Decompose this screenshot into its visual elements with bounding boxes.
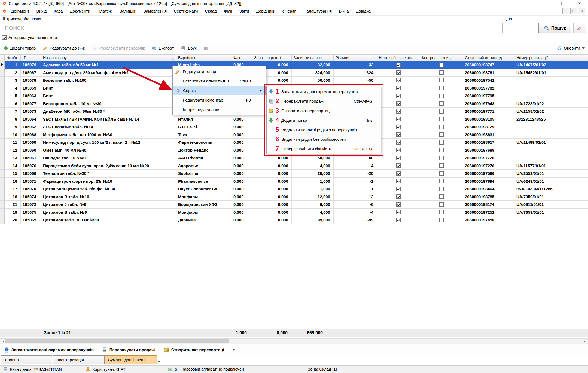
context-menu-item-edit-history[interactable]: Історія редагування: [173, 105, 266, 114]
submenu-item-add-product[interactable]: 4Додати товарIns: [267, 115, 380, 125]
export-button[interactable]: Експорт: [152, 46, 174, 51]
table-row[interactable]: 14105076Парацетамол беби сусп. орал. 2,4…: [0, 162, 588, 170]
menu-orders[interactable]: Замовлення: [140, 7, 170, 16]
tab-main[interactable]: Головна: [1, 355, 52, 364]
control-checkbox[interactable]: [439, 78, 444, 82]
control-checkbox[interactable]: [439, 179, 444, 183]
table-row[interactable]: 19105075Цитрамон В табл. №6Монфарм0.0000…: [0, 209, 588, 216]
column-header-control[interactable]: Контроль різниці: [420, 54, 463, 61]
menu-warehouse[interactable]: Склад: [201, 7, 220, 16]
shortage-checkbox[interactable]: [396, 94, 401, 98]
control-checkbox[interactable]: [439, 109, 444, 114]
control-checkbox[interactable]: [439, 63, 444, 67]
shortage-checkbox[interactable]: [396, 194, 401, 199]
menu-documents[interactable]: Документи: [66, 7, 94, 16]
price-input[interactable]: [502, 23, 537, 33]
control-checkbox[interactable]: [439, 101, 444, 106]
column-header-name[interactable]: Назва товару△: [41, 54, 176, 61]
column-header-sticker-barcode[interactable]: Стикерний штрихкод: [463, 54, 514, 61]
submenu-item-delete-rows-without-discrepancies[interactable]: 6Видалити рядки без розбіжностей: [267, 134, 380, 144]
control-checkbox[interactable]: [439, 194, 444, 199]
menu-directories[interactable]: Довідники: [252, 7, 279, 16]
control-checkbox[interactable]: [439, 156, 444, 160]
menu-exit[interactable]: Вихід: [33, 7, 50, 16]
control-checkbox[interactable]: [439, 171, 444, 176]
control-checkbox[interactable]: [439, 210, 444, 214]
menu-windows[interactable]: Вікна: [335, 7, 352, 16]
control-checkbox[interactable]: [439, 218, 444, 222]
context-menu-item-edit-comment[interactable]: Редагувати коментарF9: [173, 95, 266, 105]
search-input[interactable]: [2, 23, 499, 33]
horizontal-scrollbar[interactable]: [0, 338, 588, 344]
tab-summary-inventory[interactable]: Сумарні дані інвент ...: [105, 355, 157, 364]
menu-help[interactable]: Довідка: [352, 7, 374, 16]
control-checkbox[interactable]: [439, 70, 444, 75]
shortage-checkbox[interactable]: [396, 187, 401, 191]
shortage-checkbox[interactable]: [396, 117, 401, 121]
shortage-checkbox[interactable]: [396, 202, 401, 207]
shortage-checkbox[interactable]: [396, 86, 401, 90]
shortage-checkbox[interactable]: [396, 109, 401, 114]
shortage-checkbox[interactable]: [396, 179, 401, 183]
bottom-create-resorting-act-button[interactable]: Створити акт пересортиці: [164, 347, 224, 353]
menu-cash[interactable]: Каса: [50, 7, 66, 16]
mdi-close-button[interactable]: ×: [578, 8, 585, 14]
minimize-button[interactable]: –: [537, 0, 554, 7]
control-checkbox[interactable]: [439, 125, 444, 129]
mdi-minimize-button[interactable]: –: [562, 8, 569, 14]
shortage-checkbox[interactable]: [396, 132, 401, 137]
shortage-checkbox[interactable]: [396, 78, 401, 82]
menu-ehealth[interactable]: eHealth: [279, 7, 300, 16]
control-checkbox[interactable]: [439, 94, 444, 98]
shortage-checkbox[interactable]: [396, 210, 401, 214]
context-menu-item-edit-product[interactable]: Редагувати товар: [173, 67, 266, 76]
menu-payments[interactable]: Платежі: [94, 7, 116, 16]
shortage-checkbox[interactable]: [396, 218, 401, 222]
bottom-load-recount-data-button[interactable]: Завантажити дані окремих перерахунків: [4, 347, 94, 353]
table-row[interactable]: 16105071Фармацитрон форте пор. 23г №10Ph…: [0, 178, 588, 185]
table-row[interactable]: 1105079Адамакс табл. п/о 50 мг №1Micro L…: [0, 61, 588, 69]
context-menu-item-set-quantity-zero[interactable]: Встановити кількість = 0Ctrl+0: [173, 76, 266, 86]
clear-search-button[interactable]: [573, 23, 586, 33]
auto-edit-checkbox[interactable]: [2, 35, 7, 40]
maximize-button[interactable]: □: [554, 0, 571, 7]
bottom-recalculate-sales-button[interactable]: Перерахувати продажі: [102, 347, 156, 353]
table-row[interactable]: 21105072Цитрамон 5 табл. №6Борщаговский …: [0, 201, 588, 209]
table-row[interactable]: 2105067Амикацид р-р д/ин. 250 мг/мл фл. …: [0, 69, 588, 77]
control-checkbox[interactable]: [439, 163, 444, 168]
control-checkbox[interactable]: [439, 132, 444, 137]
refresh-button[interactable]: Оновити: [557, 46, 585, 51]
print-button[interactable]: Друк: [181, 46, 196, 51]
column-header-difference[interactable]: Різниця: [334, 54, 377, 61]
shortage-checkbox[interactable]: [396, 163, 401, 168]
column-header-registration[interactable]: Номер регістрації: [514, 54, 588, 61]
control-checkbox[interactable]: [439, 140, 444, 145]
context-menu-item-service[interactable]: Сервіс: [173, 86, 266, 95]
close-button[interactable]: ×: [571, 0, 588, 7]
table-row[interactable]: 3105078Баралгин табл. №1000,00050,000-50…: [0, 77, 588, 84]
columns-button[interactable]: [203, 46, 208, 51]
shortage-checkbox[interactable]: [396, 171, 401, 176]
tabs-chevron-icon[interactable]: [157, 361, 160, 364]
submenu-item-create-resorting-act[interactable]: 3Створити акт пересортиці: [267, 106, 380, 115]
menu-branches[interactable]: Філії: [220, 7, 236, 16]
control-checkbox[interactable]: [439, 86, 444, 90]
control-checkbox[interactable]: [439, 117, 444, 121]
control-checkbox[interactable]: [439, 202, 444, 207]
tab-inventory[interactable]: Інвентаризація: [53, 355, 105, 364]
control-checkbox[interactable]: [439, 187, 444, 191]
search-button[interactable]: Пошук: [538, 23, 571, 33]
scroll-left-arrow-icon[interactable]: [1, 340, 4, 343]
table-row[interactable]: 15105066Темпалгин табл. №20 *Sopharma0.0…: [0, 170, 588, 178]
column-header-manufacturer[interactable]: Виробник: [176, 54, 231, 61]
edit-f4-button[interactable]: Редагувати до (F4): [43, 46, 85, 51]
scrollbar-thumb[interactable]: [5, 339, 229, 343]
submenu-item-redistribute-quantity[interactable]: 7Перерозподілити кількістьCtrl+Alt+Q: [267, 144, 380, 154]
table-row[interactable]: 20105065Цитрамон табл. 300 мг №60Дарница…: [0, 216, 588, 224]
table-row[interactable]: 13105061Панадол таб. 10 №40AAR Pharma0.0…: [0, 154, 588, 162]
submenu-item-delete-empty-recount-rows[interactable]: 5Видалити порожні рядки з перерахунків: [267, 125, 380, 134]
table-row[interactable]: 18105074Цитрамон В табл. №10Монфарм0.000…: [0, 193, 588, 201]
menu-certificates[interactable]: Сертифікати: [170, 7, 201, 16]
menu-stock[interactable]: Залишки: [116, 7, 140, 16]
column-header-now[interactable]: Зараз на решті: [252, 54, 292, 61]
